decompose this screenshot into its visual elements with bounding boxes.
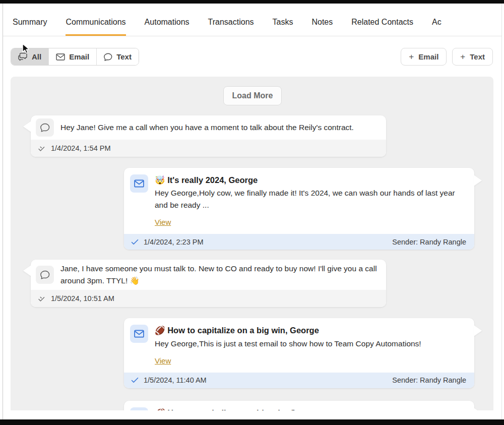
compose-actions: + Email + Text	[401, 48, 493, 66]
check-icon	[131, 239, 139, 245]
email-message-bubble-clipped: 🏈 How to capitalize on a big win, George	[124, 401, 474, 410]
tab-accounts-truncated[interactable]: Ac	[432, 18, 442, 36]
speech-bubble-icon	[104, 53, 112, 61]
tab-transactions[interactable]: Transactions	[208, 18, 254, 36]
email-envelope-icon	[130, 325, 148, 343]
new-email-label: Email	[418, 52, 438, 61]
tab-bar: Summary Communications Automations Trans…	[3, 4, 501, 36]
envelope-icon	[56, 53, 65, 60]
tab-summary[interactable]: Summary	[13, 18, 47, 36]
text-message-timestamp: 1/5/2024, 10:51 AM	[51, 294, 114, 302]
chat-bubbles-icon	[18, 52, 28, 61]
email-sender: Sender: Randy Rangle	[392, 376, 466, 384]
filter-text-label: Text	[116, 52, 132, 61]
communications-page: { "tabs": { "items": [ { "label": "Summa…	[0, 0, 504, 425]
text-message-content: Jane, I have someone you must talk to. N…	[60, 263, 378, 287]
text-message-content: Hey Jane! Give me a call when you have a…	[60, 122, 354, 134]
email-envelope-icon	[130, 174, 148, 193]
email-footer: 1/4/2024, 2:23 PM Sender: Randy Rangle	[124, 234, 474, 250]
email-content: 🤯 It's really 2024, George Hey George,Ho…	[155, 174, 466, 227]
email-view-link[interactable]: View	[155, 218, 171, 226]
content-frame: Summary Communications Automations Trans…	[3, 4, 502, 419]
email-subject: 🤯 It's really 2024, George	[155, 174, 466, 186]
email-message-bubble: 🏈 How to capitalize on a big win, George…	[124, 318, 474, 388]
email-timestamp: 1/4/2024, 2:23 PM	[144, 238, 204, 246]
email-footer-left: 1/5/2024, 11:40 AM	[131, 376, 207, 384]
tab-related-contacts[interactable]: Related Contacts	[351, 18, 413, 36]
email-preview: Hey George,This is just a test email to …	[155, 338, 466, 350]
speech-bubble-icon	[36, 266, 54, 284]
email-preview: Hey George,Holy cow, we finally made it!…	[155, 187, 466, 211]
filter-all-label: All	[32, 52, 41, 61]
email-body: 🏈 How to capitalize on a big win, George…	[124, 318, 474, 372]
tab-tasks[interactable]: Tasks	[273, 18, 293, 36]
communications-thread[interactable]: Load More Hey Jane! Give me a call when …	[11, 77, 493, 410]
load-more-button[interactable]: Load More	[223, 86, 282, 105]
email-footer: 1/5/2024, 11:40 AM Sender: Randy Rangle	[124, 373, 474, 388]
email-content: 🏈 How to capitalize on a big win, George	[155, 407, 466, 410]
email-footer-left: 1/4/2024, 2:23 PM	[131, 238, 204, 246]
load-more-row: Load More	[31, 86, 474, 105]
text-message-footer: 1/4/2024, 1:54 PM	[31, 140, 386, 157]
email-sender: Sender: Randy Rangle	[392, 238, 466, 246]
message-type-filter: All Email Text	[11, 48, 139, 66]
email-subject: 🏈 How to capitalize on a big win, George	[155, 325, 466, 336]
text-message-bubble: Jane, I have someone you must talk to. N…	[31, 260, 386, 307]
text-message-body: Jane, I have someone you must talk to. N…	[31, 260, 386, 290]
new-text-button[interactable]: + Text	[452, 48, 493, 66]
plus-icon: +	[409, 52, 414, 61]
tab-communications[interactable]: Communications	[66, 18, 125, 36]
email-body: 🏈 How to capitalize on a big win, George	[124, 401, 474, 410]
text-message-footer: 1/5/2024, 10:51 AM	[31, 290, 386, 307]
filter-email[interactable]: Email	[48, 48, 96, 65]
window-top-edge	[0, 0, 504, 4]
text-message-body: Hey Jane! Give me a call when you have a…	[31, 115, 386, 140]
filter-text[interactable]: Text	[96, 48, 139, 65]
text-message-bubble: Hey Jane! Give me a call when you have a…	[31, 115, 386, 157]
double-check-icon	[38, 145, 46, 152]
filter-email-label: Email	[69, 52, 89, 61]
email-subject: 🏈 How to capitalize on a big win, George	[155, 407, 466, 410]
text-message-timestamp: 1/4/2024, 1:54 PM	[51, 144, 111, 152]
filter-toolbar: All Email Text	[3, 36, 501, 66]
check-icon	[131, 377, 139, 383]
plus-icon: +	[460, 52, 465, 61]
new-email-button[interactable]: + Email	[401, 48, 447, 66]
filter-all[interactable]: All	[11, 48, 48, 65]
email-envelope-icon	[130, 407, 148, 410]
email-timestamp: 1/5/2024, 11:40 AM	[144, 376, 207, 384]
speech-bubble-icon	[36, 118, 54, 137]
tab-notes[interactable]: Notes	[311, 18, 333, 36]
new-text-label: Text	[470, 52, 485, 61]
double-check-icon	[38, 295, 46, 302]
window-bottom-edge	[0, 419, 504, 425]
email-view-link[interactable]: View	[155, 356, 171, 365]
email-content: 🏈 How to capitalize on a big win, George…	[155, 325, 466, 365]
email-message-bubble: 🤯 It's really 2024, George Hey George,Ho…	[124, 168, 474, 250]
email-body: 🤯 It's really 2024, George Hey George,Ho…	[124, 168, 474, 234]
tab-automations[interactable]: Automations	[145, 18, 190, 36]
